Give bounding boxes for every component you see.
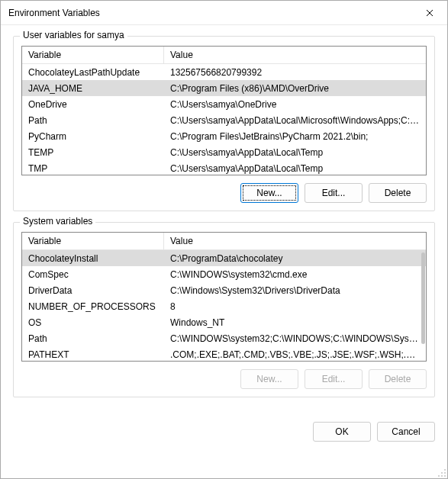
ok-button[interactable]: OK — [313, 422, 371, 442]
system-cell-variable: NUMBER_OF_PROCESSORS — [22, 301, 164, 312]
system-cell-variable: Path — [22, 333, 164, 344]
system-group-label: System variables — [20, 216, 95, 227]
resize-grip-icon — [437, 468, 446, 477]
system-header-variable[interactable]: Variable — [22, 233, 164, 249]
system-table-header: Variable Value — [22, 233, 426, 250]
system-cell-variable: ChocolateyInstall — [22, 253, 164, 264]
user-cell-variable: Path — [22, 115, 164, 126]
svg-point-0 — [444, 469, 446, 471]
system-table-row[interactable]: ChocolateyInstallC:\ProgramData\chocolat… — [22, 250, 426, 266]
system-cell-value: .COM;.EXE;.BAT;.CMD;.VBS;.VBE;.JS;.JSE;.… — [164, 349, 426, 360]
user-cell-variable: OneDrive — [22, 99, 164, 110]
system-edit-button[interactable]: Edit... — [305, 369, 363, 389]
user-table-row[interactable]: JAVA_HOMEC:\Program Files (x86)\AMD\Over… — [22, 80, 426, 96]
user-edit-button[interactable]: Edit... — [305, 183, 363, 203]
titlebar: Environment Variables — [1, 1, 447, 25]
user-cell-variable: TEMP — [22, 147, 164, 158]
system-cell-value: C:\WINDOWS\system32\cmd.exe — [164, 269, 426, 280]
system-variables-group: System variables Variable Value Chocolat… — [13, 222, 435, 397]
window-title: Environment Variables — [8, 8, 100, 18]
user-cell-value: C:\Users\samya\AppData\Local\Temp — [164, 163, 426, 174]
user-table-row[interactable]: PyCharmC:\Program Files\JetBrains\PyChar… — [22, 128, 426, 144]
close-icon — [426, 9, 433, 17]
system-cell-variable: OS — [22, 317, 164, 328]
system-new-button[interactable]: New... — [240, 369, 298, 389]
user-cell-value: C:\Program Files (x86)\AMD\OverDrive — [164, 83, 426, 94]
user-cell-value: 132567566820799392 — [164, 67, 426, 78]
system-cell-value: Windows_NT — [164, 317, 426, 328]
user-buttons-row: New... Edit... Delete — [21, 183, 427, 203]
cancel-button[interactable]: Cancel — [377, 422, 435, 442]
system-cell-value: C:\WINDOWS\system32;C:\WINDOWS;C:\WINDOW… — [164, 333, 426, 344]
system-cell-value: C:\ProgramData\chocolatey — [164, 253, 426, 264]
svg-point-1 — [441, 472, 443, 474]
dialog-buttons: OK Cancel — [1, 416, 447, 452]
user-cell-variable: PyCharm — [22, 131, 164, 142]
user-table-row[interactable]: OneDriveC:\Users\samya\OneDrive — [22, 96, 426, 112]
user-header-value[interactable]: Value — [164, 47, 426, 63]
user-cell-variable: JAVA_HOME — [22, 83, 164, 94]
user-new-button[interactable]: New... — [240, 183, 298, 203]
user-variables-table[interactable]: Variable Value ChocolateyLastPathUpdate1… — [21, 46, 427, 175]
system-table-scrollbar[interactable] — [421, 252, 425, 344]
system-cell-value: C:\Windows\System32\Drivers\DriverData — [164, 285, 426, 296]
svg-point-5 — [444, 475, 446, 477]
system-table-row[interactable]: PATHEXT.COM;.EXE;.BAT;.CMD;.VBS;.VBE;.JS… — [22, 346, 426, 362]
user-header-variable[interactable]: Variable — [22, 47, 164, 63]
system-table-row[interactable]: NUMBER_OF_PROCESSORS8 — [22, 298, 426, 314]
user-variables-group: User variables for samya Variable Value … — [13, 36, 435, 211]
system-variables-table[interactable]: Variable Value ChocolateyInstallC:\Progr… — [21, 232, 427, 362]
svg-point-3 — [438, 475, 440, 477]
resize-grip[interactable] — [437, 468, 446, 477]
user-cell-value: C:\Program Files\JetBrains\PyCharm 2021.… — [164, 131, 426, 142]
system-cell-value: 8 — [164, 301, 426, 312]
system-table-row[interactable]: PathC:\WINDOWS\system32;C:\WINDOWS;C:\WI… — [22, 330, 426, 346]
svg-point-4 — [441, 475, 443, 477]
system-table-row[interactable]: ComSpecC:\WINDOWS\system32\cmd.exe — [22, 266, 426, 282]
system-cell-variable: PATHEXT — [22, 349, 164, 360]
system-delete-button[interactable]: Delete — [369, 369, 427, 389]
user-table-header: Variable Value — [22, 47, 426, 64]
user-delete-button[interactable]: Delete — [369, 183, 427, 203]
system-buttons-row: New... Edit... Delete — [21, 369, 427, 389]
system-table-row[interactable]: OSWindows_NT — [22, 314, 426, 330]
user-cell-value: C:\Users\samya\AppData\Local\Microsoft\W… — [164, 115, 426, 126]
user-table-row[interactable]: PathC:\Users\samya\AppData\Local\Microso… — [22, 112, 426, 128]
user-group-label: User variables for samya — [20, 30, 127, 40]
user-table-row[interactable]: TMPC:\Users\samya\AppData\Local\Temp — [22, 160, 426, 175]
user-table-row[interactable]: ChocolateyLastPathUpdate1325675668207993… — [22, 64, 426, 80]
system-cell-variable: ComSpec — [22, 269, 164, 280]
system-table-row[interactable]: DriverDataC:\Windows\System32\Drivers\Dr… — [22, 282, 426, 298]
user-cell-value: C:\Users\samya\OneDrive — [164, 99, 426, 110]
user-cell-variable: ChocolateyLastPathUpdate — [22, 67, 164, 78]
system-cell-variable: DriverData — [22, 285, 164, 296]
svg-point-2 — [444, 472, 446, 474]
system-header-value[interactable]: Value — [164, 233, 426, 249]
close-button[interactable] — [412, 1, 447, 25]
user-cell-value: C:\Users\samya\AppData\Local\Temp — [164, 147, 426, 158]
user-cell-variable: TMP — [22, 163, 164, 174]
user-table-row[interactable]: TEMPC:\Users\samya\AppData\Local\Temp — [22, 144, 426, 160]
